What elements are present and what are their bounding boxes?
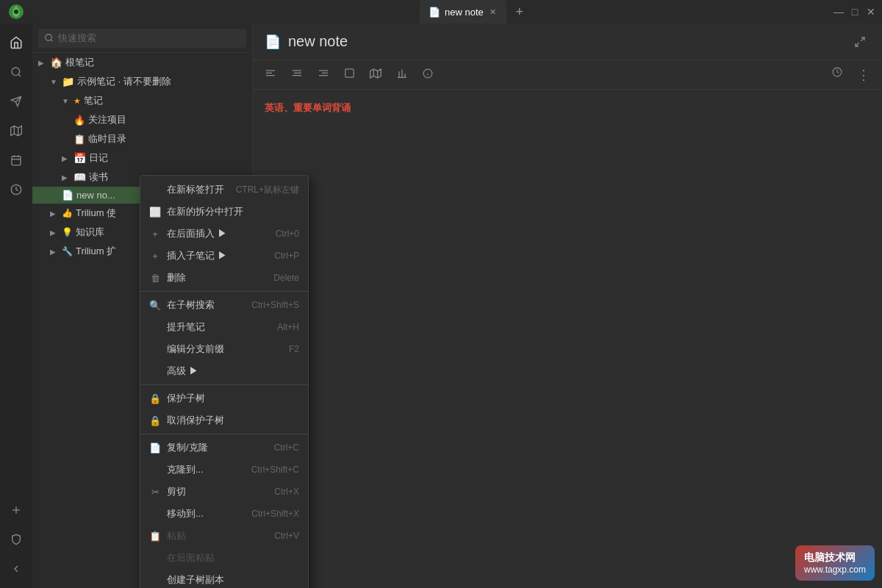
ctx-item-shortcut-paste: Ctrl+V — [274, 531, 299, 541]
ctx-item-shortcut-promote-note: Alt+H — [277, 322, 299, 332]
context-menu-item-insert-child[interactable]: +插入子笔记 ▶Ctrl+P — [140, 245, 308, 267]
context-menu-item-insert-after[interactable]: +在后面插入 ▶Ctrl+0 — [140, 223, 308, 245]
search-placeholder: 快速搜索 — [58, 32, 96, 45]
ctx-item-label-unprotect-subtree: 取消保护子树 — [167, 414, 224, 427]
context-menu-item-protect-subtree[interactable]: 🔒保护子树 — [140, 387, 308, 409]
toolbar-map-icon[interactable] — [367, 65, 384, 85]
reading-label: 读书 — [89, 171, 108, 184]
toolbar-info-icon[interactable] — [420, 65, 436, 85]
add-icon[interactable] — [3, 497, 29, 523]
svg-line-3 — [18, 74, 21, 76]
temp-icon: 📋 — [74, 134, 85, 145]
context-menu-item-clone-to[interactable]: 克隆到...Ctrl+Shift+C — [140, 459, 308, 481]
icon-bar-bottom — [3, 497, 29, 582]
toolbar-chart-icon[interactable] — [393, 65, 411, 85]
tree-item-demo[interactable]: ▼ 📁 示例笔记 · 请不要删除 — [32, 72, 252, 91]
context-menu-item-edit-branch-prefix[interactable]: 编辑分支前缀F2 — [140, 338, 308, 360]
context-menu-item-delete[interactable]: 🗑删除Delete — [140, 267, 308, 289]
tab-note-icon: 📄 — [429, 7, 440, 18]
context-menu-item-copy-clone[interactable]: 📄复制/克隆Ctrl+C — [140, 437, 308, 459]
chevron-left-icon[interactable] — [3, 556, 29, 582]
ctx-item-icon-insert-after: + — [149, 229, 161, 240]
context-menu-item-open-new-split[interactable]: ⬜在新的拆分中打开 — [140, 201, 308, 223]
context-menu-separator — [140, 291, 308, 292]
tab-close-button[interactable]: ✕ — [488, 6, 498, 18]
ctx-item-icon-unprotect-subtree: 🔒 — [149, 415, 161, 426]
context-menu-item-advanced[interactable]: 高级 ▶ — [140, 360, 308, 382]
note-body: 英语、重要单词背诵 — [253, 90, 882, 588]
content-area: 📄 new note — [253, 24, 882, 588]
tree-item-notes[interactable]: ▼ ★ 笔记 — [32, 91, 252, 110]
ext-icon: 🔧 — [62, 246, 73, 257]
context-menu: 在新标签打开CTRL+鼠标左键⬜在新的拆分中打开+在后面插入 ▶Ctrl+0+插… — [140, 175, 309, 588]
svg-line-17 — [51, 40, 52, 41]
shield-icon[interactable] — [3, 526, 29, 553]
reading-arrow: ▶ — [62, 173, 71, 182]
root-arrow: ▶ — [38, 59, 47, 67]
context-menu-item-search-subtree[interactable]: 🔍在子树搜索Ctrl+Shift+S — [140, 294, 308, 316]
ctx-item-icon-delete: 🗑 — [149, 273, 161, 284]
toolbar-list-icon[interactable] — [288, 65, 306, 85]
ctx-item-label-insert-after: 在后面插入 ▶ — [167, 227, 227, 240]
toolbar-box-icon[interactable] — [341, 65, 358, 85]
svg-point-2 — [12, 68, 20, 76]
ctx-item-shortcut-cut: Ctrl+X — [274, 487, 299, 497]
minimize-button[interactable]: — — [833, 7, 844, 17]
svg-point-1 — [14, 10, 18, 14]
tree-item-root[interactable]: ▶ 🏠 根笔记 — [32, 53, 252, 72]
fire-icon: 🔥 — [74, 115, 85, 126]
calendar-icon[interactable] — [3, 147, 29, 173]
context-menu-item-promote-note[interactable]: 提升笔记Alt+H — [140, 316, 308, 338]
ctx-item-shortcut-clone-to: Ctrl+Shift+C — [251, 465, 299, 475]
context-menu-item-create-subtree-copy[interactable]: 创建子树副本 — [140, 569, 308, 588]
expand-icon[interactable] — [850, 32, 870, 52]
maximize-button[interactable]: □ — [850, 7, 860, 17]
map-icon[interactable] — [3, 118, 29, 144]
context-menu-item-move-to[interactable]: 移动到...Ctrl+Shift+X — [140, 503, 308, 525]
tab-bar: 📄 new note ✕ + — [420, 0, 833, 24]
toolbar-more-icon[interactable]: ⋮ — [854, 64, 873, 86]
ctx-item-icon-paste: 📋 — [149, 531, 161, 542]
notes-label: 笔记 — [84, 94, 103, 107]
main-layout: 快速搜索 ▶ 🏠 根笔记 ▼ 📁 示例笔记 · 请不要删除 ▼ ★ 笔记 🔥 关… — [0, 24, 882, 588]
ctx-item-shortcut-insert-after: Ctrl+0 — [276, 229, 299, 239]
context-menu-item-open-new-tab[interactable]: 在新标签打开CTRL+鼠标左键 — [140, 179, 308, 201]
window-controls: — □ ✕ — [833, 7, 876, 17]
home-icon[interactable] — [3, 29, 29, 56]
ctx-item-shortcut-search-subtree: Ctrl+Shift+S — [251, 300, 299, 310]
ext-arrow: ▶ — [50, 248, 59, 256]
ctx-item-shortcut-copy-clone: Ctrl+C — [274, 442, 299, 453]
ctx-item-icon-copy-clone: 📄 — [149, 442, 161, 453]
context-menu-item-cut[interactable]: ✂剪切Ctrl+X — [140, 481, 308, 503]
ctx-item-shortcut-delete: Delete — [273, 273, 299, 283]
app-logo — [6, 1, 26, 22]
ctx-item-label-clone-to: 克隆到... — [167, 463, 204, 476]
ctx-item-label-move-to: 移动到... — [167, 507, 204, 520]
context-menu-item-paste-after: 在后面粘贴 — [140, 547, 308, 569]
ctx-item-icon-open-new-split: ⬜ — [149, 207, 161, 218]
notes-arrow: ▼ — [62, 97, 71, 105]
svg-marker-6 — [11, 126, 22, 135]
context-menu-item-unprotect-subtree[interactable]: 🔒取消保护子树 — [140, 409, 308, 431]
history-icon[interactable] — [3, 176, 29, 203]
ctx-item-icon-search-subtree: 🔍 — [149, 300, 161, 311]
toolbar-indent-icon[interactable] — [315, 65, 332, 85]
tree-item-temp[interactable]: 📋 临时目录 — [32, 129, 252, 148]
toolbar-history-icon[interactable] — [829, 64, 845, 86]
close-button[interactable]: ✕ — [866, 7, 876, 17]
watermark: 电脑技术网 www.tagxp.com — [795, 545, 875, 581]
toolbar-align-icon[interactable] — [262, 65, 279, 85]
search-box[interactable]: 快速搜索 — [38, 29, 246, 48]
send-icon[interactable] — [3, 88, 29, 115]
tree-item-starred[interactable]: 🔥 关注项目 — [32, 110, 252, 129]
tree-item-diary[interactable]: ▶ 📅 日记 — [32, 148, 252, 168]
demo-label: 示例笔记 · 请不要删除 — [77, 75, 171, 88]
ctx-item-shortcut-open-new-tab: CTRL+鼠标左键 — [236, 184, 299, 196]
tab-add-button[interactable]: + — [509, 1, 530, 22]
ctx-item-shortcut-move-to: Ctrl+Shift+X — [251, 509, 299, 519]
toolbar-right: ⋮ — [829, 64, 873, 86]
root-label: 根笔记 — [65, 56, 94, 69]
titlebar-left — [6, 1, 420, 22]
search-icon[interactable] — [3, 59, 29, 85]
tab-new-note[interactable]: 📄 new note ✕ — [420, 0, 506, 24]
